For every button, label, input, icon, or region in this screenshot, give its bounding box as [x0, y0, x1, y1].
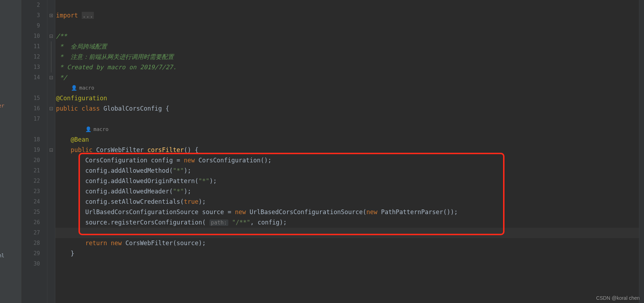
code-line[interactable]: config.setAllowCredentials(true); [55, 197, 644, 207]
sidebar-item[interactable]: oller [0, 103, 4, 108]
code-text: ); [184, 167, 191, 174]
code-line[interactable]: public CorsWebFilter corsFilter() { [55, 145, 644, 155]
line-gutter[interactable]: 2 3 9 10 11 12 13 14 15 16 17 18 19 20 2… [22, 0, 47, 303]
code-text: CorsWebFilter(source); [126, 239, 206, 247]
editor: 2 3 9 10 11 12 13 14 15 16 17 18 19 20 2… [22, 0, 644, 303]
string: "/**" [228, 219, 250, 226]
code-line[interactable] [55, 21, 644, 31]
code-line[interactable]: source.registerCorsConfiguration( path: … [55, 217, 644, 228]
code-line[interactable] [55, 228, 644, 238]
sidebar-item[interactable]: v.yml [0, 253, 4, 258]
line-number[interactable]: 28 [22, 238, 47, 248]
code-text: config.setAllowCredentials( [85, 198, 184, 205]
identifier: GlobalCorsConfig { [103, 105, 169, 112]
line-number[interactable]: 23 [22, 186, 47, 197]
string: "*" [173, 188, 184, 195]
line-number[interactable]: 11 [22, 41, 47, 52]
code-line[interactable]: /** [55, 31, 644, 41]
line-number[interactable]: 24 [22, 197, 47, 207]
line-number[interactable]: 20 [22, 155, 47, 166]
line-number[interactable]: 9 [22, 21, 47, 31]
code-text: config.addAllowedHeader( [85, 188, 173, 195]
line-number[interactable]: 30 [22, 259, 47, 269]
comment: /** [56, 32, 67, 40]
line-number[interactable]: 25 [22, 207, 47, 217]
code-line[interactable] [55, 0, 644, 10]
code-line[interactable] [55, 114, 644, 124]
code-line[interactable]: import ... [55, 10, 644, 21]
comment: * 注意：前端从网关进行调用时需要配置 [56, 53, 174, 60]
fold-toggle-icon[interactable] [50, 76, 53, 79]
line-number[interactable]: 29 [22, 248, 47, 259]
project-sidebar[interactable]: oller ml ml l v.yml [0, 0, 22, 303]
keyword: new [366, 208, 381, 216]
fold-column[interactable] [47, 0, 55, 303]
code-line[interactable]: config.addAllowedHeader("*"); [55, 186, 644, 197]
author-inlay[interactable]: 👤macro [55, 124, 644, 135]
code-line[interactable]: */ [55, 72, 644, 83]
line-number[interactable]: 15 [22, 93, 47, 103]
author-name: macro [93, 124, 108, 135]
editor-marker-strip[interactable] [639, 0, 644, 303]
code-text: ); [209, 177, 217, 185]
method-name: corsFilter [147, 146, 184, 153]
string: "*" [198, 177, 209, 185]
fold-toggle-icon[interactable] [50, 35, 53, 38]
string: "*" [173, 167, 184, 174]
line-number[interactable]: 22 [22, 176, 47, 186]
code-text: PathPatternParser()); [381, 208, 458, 216]
keyword: public [71, 146, 96, 153]
line-number[interactable]: 27 [22, 228, 47, 238]
code-line[interactable]: return new CorsWebFilter(source); [55, 238, 644, 248]
code-text: CorsConfiguration(); [198, 157, 272, 164]
code-text: source.registerCorsConfiguration( [85, 219, 209, 226]
fold-toggle-icon[interactable] [50, 14, 53, 17]
line-number[interactable]: 17 [22, 114, 47, 124]
line-number[interactable]: 10 [22, 31, 47, 41]
line-number[interactable]: 14 [22, 72, 47, 83]
line-number [22, 83, 47, 93]
keyword: new [184, 157, 198, 164]
code-line[interactable]: } [55, 248, 644, 259]
line-number[interactable]: 16 [22, 103, 47, 114]
line-number[interactable]: 18 [22, 135, 47, 145]
code-text: () { [184, 146, 198, 153]
folded-region[interactable]: ... [82, 12, 94, 19]
annotation: @Configuration [56, 95, 107, 102]
author-inlay[interactable]: 👤macro [55, 83, 644, 93]
code-line[interactable]: * 注意：前端从网关进行调用时需要配置 [55, 52, 644, 62]
code-line[interactable]: * Created by macro on 2019/7/27. [55, 62, 644, 72]
code-line[interactable]: * 全局跨域配置 [55, 41, 644, 52]
keyword: return [85, 239, 111, 247]
code-line[interactable]: public class GlobalCorsConfig { [55, 103, 644, 114]
code-line[interactable]: @Bean [55, 135, 644, 145]
keyword: new [235, 208, 250, 216]
code-line[interactable] [55, 259, 644, 269]
line-number[interactable]: 21 [22, 166, 47, 176]
code-text: config.addAllowedMethod( [85, 167, 173, 174]
fold-toggle-icon[interactable] [50, 107, 53, 110]
fold-toggle-icon[interactable] [50, 148, 53, 152]
comment: * Created by macro on 2019/7/27. [56, 64, 177, 71]
code-area[interactable]: import ... /** * 全局跨域配置 * 注意：前端从网关进行调用时需… [55, 0, 644, 303]
comment: * 全局跨域配置 [56, 43, 107, 50]
line-number[interactable]: 19 [22, 145, 47, 155]
keyword: class [82, 105, 103, 112]
annotation: @Bean [71, 136, 89, 143]
line-number [22, 124, 47, 135]
code-line[interactable]: @Configuration [55, 93, 644, 103]
line-number[interactable]: 26 [22, 217, 47, 228]
code-text: ); [198, 198, 206, 205]
line-number[interactable]: 2 [22, 0, 47, 10]
line-number[interactable]: 12 [22, 52, 47, 62]
code-line[interactable]: config.addAllowedOriginPattern("*"); [55, 176, 644, 186]
user-icon: 👤 [71, 83, 77, 93]
type: CorsWebFilter [96, 146, 147, 153]
code-line[interactable]: CorsConfiguration config = new CorsConfi… [55, 155, 644, 166]
line-number[interactable]: 3 [22, 10, 47, 21]
code-line[interactable]: config.addAllowedMethod("*"); [55, 166, 644, 176]
code-text: ); [184, 188, 191, 195]
line-number[interactable]: 13 [22, 62, 47, 72]
code-line[interactable]: UrlBasedCorsConfigurationSource source =… [55, 207, 644, 217]
comment: */ [56, 74, 67, 81]
